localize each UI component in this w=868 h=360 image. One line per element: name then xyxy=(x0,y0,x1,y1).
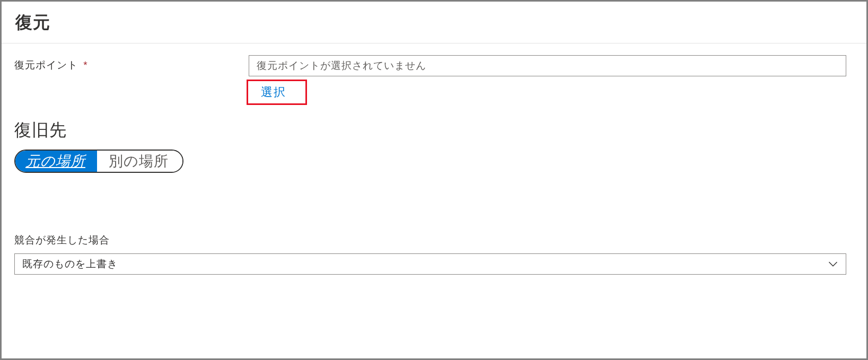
restore-point-label: 復元ポイント * xyxy=(14,55,249,72)
select-restore-point-link[interactable]: 選択 xyxy=(261,85,286,99)
conflict-dropdown-value: 既存のものを上書き xyxy=(22,257,118,271)
conflict-section: 競合が発生した場合 既存のものを上書き xyxy=(14,233,854,275)
required-asterisk: * xyxy=(83,59,87,71)
conflict-dropdown[interactable]: 既存のものを上書き xyxy=(14,253,846,275)
select-link-highlight: 選択 xyxy=(247,80,307,105)
destination-toggle: 元の場所 別の場所 xyxy=(14,150,183,173)
dialog-title: 復元 xyxy=(15,11,853,34)
restore-point-label-text: 復元ポイント xyxy=(14,59,78,71)
restore-point-row: 復元ポイント * 選択 xyxy=(14,55,854,105)
restore-point-control: 選択 xyxy=(249,55,854,105)
dialog-content: 復元ポイント * 選択 復旧先 元の場所 別の場所 競合が発生した場合 既存のも… xyxy=(2,43,866,275)
conflict-label: 競合が発生した場合 xyxy=(14,233,854,247)
destination-heading: 復旧先 xyxy=(14,119,854,142)
restore-point-input[interactable] xyxy=(249,55,846,76)
destination-option-original[interactable]: 元の場所 xyxy=(15,150,97,172)
chevron-down-icon xyxy=(828,259,838,269)
destination-option-alternate[interactable]: 別の場所 xyxy=(97,151,182,172)
dialog-header: 復元 xyxy=(2,2,866,43)
